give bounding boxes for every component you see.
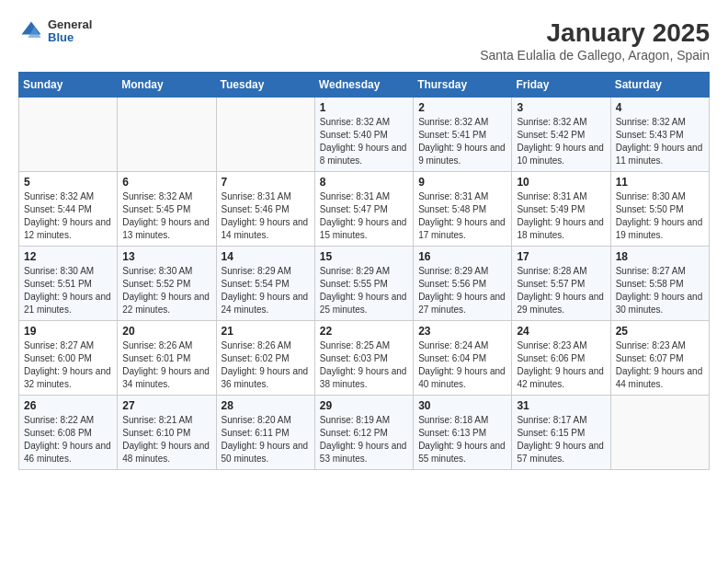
day-detail: Sunrise: 8:30 AM Sunset: 5:52 PM Dayligh… bbox=[122, 265, 210, 316]
week-row-5: 26Sunrise: 8:22 AM Sunset: 6:08 PM Dayli… bbox=[19, 396, 710, 470]
day-detail: Sunrise: 8:31 AM Sunset: 5:49 PM Dayligh… bbox=[517, 190, 605, 242]
day-cell: 31Sunrise: 8:17 AM Sunset: 6:15 PM Dayli… bbox=[512, 396, 610, 470]
day-number: 31 bbox=[517, 399, 605, 412]
weekday-header-monday: Monday bbox=[118, 73, 216, 98]
weekday-header-friday: Friday bbox=[512, 73, 610, 98]
day-number: 6 bbox=[122, 176, 210, 189]
day-cell: 4Sunrise: 8:32 AM Sunset: 5:43 PM Daylig… bbox=[610, 98, 709, 172]
day-detail: Sunrise: 8:32 AM Sunset: 5:40 PM Dayligh… bbox=[320, 116, 408, 167]
logo: General Blue bbox=[18, 18, 92, 45]
day-detail: Sunrise: 8:23 AM Sunset: 6:07 PM Dayligh… bbox=[616, 339, 704, 391]
week-row-1: 1Sunrise: 8:32 AM Sunset: 5:40 PM Daylig… bbox=[19, 98, 710, 172]
day-cell: 24Sunrise: 8:23 AM Sunset: 6:06 PM Dayli… bbox=[512, 321, 610, 396]
day-number: 20 bbox=[122, 325, 210, 338]
weekday-header-sunday: Sunday bbox=[19, 73, 118, 98]
day-number: 4 bbox=[616, 101, 704, 114]
day-detail: Sunrise: 8:32 AM Sunset: 5:41 PM Dayligh… bbox=[418, 116, 506, 167]
day-number: 19 bbox=[24, 325, 112, 338]
logo-general-text: General bbox=[48, 18, 92, 31]
day-detail: Sunrise: 8:31 AM Sunset: 5:46 PM Dayligh… bbox=[222, 190, 310, 242]
day-cell: 16Sunrise: 8:29 AM Sunset: 5:56 PM Dayli… bbox=[414, 247, 512, 321]
day-detail: Sunrise: 8:31 AM Sunset: 5:47 PM Dayligh… bbox=[320, 190, 408, 242]
day-cell bbox=[610, 396, 709, 470]
logo-text: General Blue bbox=[48, 18, 92, 45]
day-detail: Sunrise: 8:32 AM Sunset: 5:43 PM Dayligh… bbox=[616, 116, 704, 167]
calendar-title: January 2025 bbox=[480, 18, 710, 48]
day-detail: Sunrise: 8:18 AM Sunset: 6:13 PM Dayligh… bbox=[418, 414, 506, 465]
day-detail: Sunrise: 8:32 AM Sunset: 5:42 PM Dayligh… bbox=[517, 116, 605, 167]
day-detail: Sunrise: 8:29 AM Sunset: 5:56 PM Dayligh… bbox=[418, 265, 506, 316]
day-number: 2 bbox=[418, 101, 506, 114]
day-detail: Sunrise: 8:17 AM Sunset: 6:15 PM Dayligh… bbox=[517, 414, 605, 465]
day-cell: 27Sunrise: 8:21 AM Sunset: 6:10 PM Dayli… bbox=[118, 396, 216, 470]
day-number: 17 bbox=[517, 250, 605, 263]
day-number: 13 bbox=[122, 250, 210, 263]
day-cell: 3Sunrise: 8:32 AM Sunset: 5:42 PM Daylig… bbox=[512, 98, 610, 172]
day-detail: Sunrise: 8:29 AM Sunset: 5:54 PM Dayligh… bbox=[222, 265, 310, 316]
day-number: 11 bbox=[616, 176, 704, 189]
day-number: 16 bbox=[418, 250, 506, 263]
day-cell: 14Sunrise: 8:29 AM Sunset: 5:54 PM Dayli… bbox=[216, 247, 314, 321]
logo-blue-text: Blue bbox=[48, 31, 92, 44]
day-detail: Sunrise: 8:28 AM Sunset: 5:57 PM Dayligh… bbox=[517, 265, 605, 316]
day-detail: Sunrise: 8:21 AM Sunset: 6:10 PM Dayligh… bbox=[122, 414, 210, 465]
day-number: 23 bbox=[418, 325, 506, 338]
day-cell: 9Sunrise: 8:31 AM Sunset: 5:48 PM Daylig… bbox=[414, 172, 512, 247]
day-cell: 28Sunrise: 8:20 AM Sunset: 6:11 PM Dayli… bbox=[216, 396, 314, 470]
day-cell bbox=[118, 98, 216, 172]
title-area: January 2025 Santa Eulalia de Gallego, A… bbox=[480, 18, 710, 63]
day-cell: 1Sunrise: 8:32 AM Sunset: 5:40 PM Daylig… bbox=[314, 98, 413, 172]
week-row-4: 19Sunrise: 8:27 AM Sunset: 6:00 PM Dayli… bbox=[19, 321, 710, 396]
day-cell: 21Sunrise: 8:26 AM Sunset: 6:02 PM Dayli… bbox=[216, 321, 314, 396]
day-cell: 15Sunrise: 8:29 AM Sunset: 5:55 PM Dayli… bbox=[314, 247, 413, 321]
day-number: 15 bbox=[320, 250, 408, 263]
calendar-table: SundayMondayTuesdayWednesdayThursdayFrid… bbox=[18, 72, 710, 470]
day-detail: Sunrise: 8:22 AM Sunset: 6:08 PM Dayligh… bbox=[24, 414, 112, 465]
day-cell: 10Sunrise: 8:31 AM Sunset: 5:49 PM Dayli… bbox=[512, 172, 610, 247]
day-number: 29 bbox=[320, 399, 408, 412]
day-number: 27 bbox=[122, 399, 210, 412]
day-cell bbox=[216, 98, 314, 172]
day-detail: Sunrise: 8:25 AM Sunset: 6:03 PM Dayligh… bbox=[320, 339, 408, 391]
day-cell: 29Sunrise: 8:19 AM Sunset: 6:12 PM Dayli… bbox=[314, 396, 413, 470]
day-cell: 11Sunrise: 8:30 AM Sunset: 5:50 PM Dayli… bbox=[610, 172, 709, 247]
week-row-2: 5Sunrise: 8:32 AM Sunset: 5:44 PM Daylig… bbox=[19, 172, 710, 247]
day-detail: Sunrise: 8:26 AM Sunset: 6:02 PM Dayligh… bbox=[222, 339, 310, 391]
day-cell: 8Sunrise: 8:31 AM Sunset: 5:47 PM Daylig… bbox=[314, 172, 413, 247]
day-number: 14 bbox=[222, 250, 310, 263]
day-number: 3 bbox=[517, 101, 605, 114]
day-detail: Sunrise: 8:29 AM Sunset: 5:55 PM Dayligh… bbox=[320, 265, 408, 316]
day-number: 5 bbox=[24, 176, 112, 189]
day-detail: Sunrise: 8:24 AM Sunset: 6:04 PM Dayligh… bbox=[418, 339, 506, 391]
day-number: 9 bbox=[418, 176, 506, 189]
day-cell: 2Sunrise: 8:32 AM Sunset: 5:41 PM Daylig… bbox=[414, 98, 512, 172]
day-cell: 6Sunrise: 8:32 AM Sunset: 5:45 PM Daylig… bbox=[118, 172, 216, 247]
day-detail: Sunrise: 8:20 AM Sunset: 6:11 PM Dayligh… bbox=[222, 414, 310, 465]
day-detail: Sunrise: 8:32 AM Sunset: 5:44 PM Dayligh… bbox=[24, 190, 112, 242]
day-detail: Sunrise: 8:32 AM Sunset: 5:45 PM Dayligh… bbox=[122, 190, 210, 242]
day-detail: Sunrise: 8:30 AM Sunset: 5:50 PM Dayligh… bbox=[616, 190, 704, 242]
day-detail: Sunrise: 8:27 AM Sunset: 6:00 PM Dayligh… bbox=[24, 339, 112, 391]
day-number: 18 bbox=[616, 250, 704, 263]
weekday-header-wednesday: Wednesday bbox=[314, 73, 413, 98]
header: General Blue January 2025 Santa Eulalia … bbox=[18, 18, 710, 63]
day-detail: Sunrise: 8:23 AM Sunset: 6:06 PM Dayligh… bbox=[517, 339, 605, 391]
day-cell: 22Sunrise: 8:25 AM Sunset: 6:03 PM Dayli… bbox=[314, 321, 413, 396]
day-cell: 5Sunrise: 8:32 AM Sunset: 5:44 PM Daylig… bbox=[19, 172, 118, 247]
logo-icon bbox=[18, 18, 44, 44]
day-number: 21 bbox=[222, 325, 310, 338]
day-cell: 19Sunrise: 8:27 AM Sunset: 6:00 PM Dayli… bbox=[19, 321, 118, 396]
day-cell: 13Sunrise: 8:30 AM Sunset: 5:52 PM Dayli… bbox=[118, 247, 216, 321]
day-cell: 17Sunrise: 8:28 AM Sunset: 5:57 PM Dayli… bbox=[512, 247, 610, 321]
day-number: 26 bbox=[24, 399, 112, 412]
weekday-header-thursday: Thursday bbox=[414, 73, 512, 98]
day-number: 22 bbox=[320, 325, 408, 338]
day-number: 24 bbox=[517, 325, 605, 338]
calendar-subtitle: Santa Eulalia de Gallego, Aragon, Spain bbox=[480, 48, 710, 63]
day-detail: Sunrise: 8:27 AM Sunset: 5:58 PM Dayligh… bbox=[616, 265, 704, 316]
day-cell: 23Sunrise: 8:24 AM Sunset: 6:04 PM Dayli… bbox=[414, 321, 512, 396]
day-cell: 30Sunrise: 8:18 AM Sunset: 6:13 PM Dayli… bbox=[414, 396, 512, 470]
weekday-header-row: SundayMondayTuesdayWednesdayThursdayFrid… bbox=[19, 73, 710, 98]
day-number: 25 bbox=[616, 325, 704, 338]
day-number: 8 bbox=[320, 176, 408, 189]
